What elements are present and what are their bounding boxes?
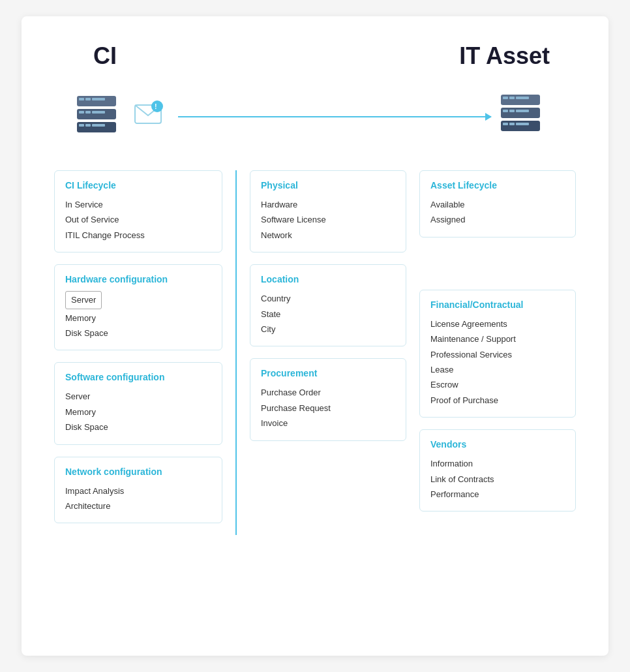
hardware-item-memory: Memory — [65, 311, 211, 326]
connection-arrow — [178, 116, 491, 117]
envelope-icon: ! — [132, 97, 172, 136]
svg-rect-18 — [516, 97, 529, 99]
svg-rect-1 — [79, 98, 84, 100]
financial-item-professional: Professional Services — [430, 347, 565, 362]
ci-title: CI — [93, 42, 117, 70]
network-item-impact: Impact Analysis — [65, 483, 211, 498]
software-item-memory: Memory — [65, 405, 211, 420]
card-network-config-title: Network configuration — [65, 466, 211, 477]
ci-lifecycle-item-3: ITIL Change Process — [65, 228, 211, 243]
financial-item-proof: Proof of Purchase — [430, 393, 565, 408]
svg-rect-25 — [509, 123, 515, 125]
asset-title: IT Asset — [459, 42, 550, 70]
physical-item-software: Software License — [261, 212, 395, 227]
card-vendors-title: Vendors — [430, 439, 565, 450]
svg-rect-9 — [79, 124, 84, 127]
svg-rect-5 — [79, 111, 84, 114]
right-column: Asset Lifecycle Available Assigned Finan… — [419, 170, 576, 535]
card-asset-lifecycle-title: Asset Lifecycle — [430, 180, 565, 191]
svg-rect-4 — [77, 109, 116, 119]
procurement-item-pr: Purchase Request — [261, 401, 395, 416]
card-physical: Physical Hardware Software License Netwo… — [250, 170, 406, 252]
svg-rect-0 — [77, 96, 116, 106]
card-software-config: Software configuration Server Memory Dis… — [54, 362, 222, 444]
software-item-server: Server — [65, 389, 211, 404]
vendors-item-information: Information — [430, 456, 565, 471]
svg-rect-10 — [85, 124, 91, 127]
svg-rect-16 — [503, 97, 508, 99]
card-hardware-config: Hardware configuration Server Memory Dis… — [54, 264, 222, 350]
asset-lifecycle-item-assigned: Assigned — [430, 212, 565, 227]
ci-lifecycle-item-1: In Service — [65, 197, 211, 212]
software-item-disk: Disk Space — [65, 420, 211, 435]
svg-rect-15 — [501, 95, 540, 105]
middle-column: Physical Hardware Software License Netwo… — [250, 170, 406, 535]
ci-lifecycle-item-2: Out of Service — [65, 212, 211, 227]
card-asset-lifecycle: Asset Lifecycle Available Assigned — [419, 170, 576, 237]
server-icon — [74, 91, 126, 143]
svg-rect-24 — [503, 123, 508, 125]
physical-item-network: Network — [261, 228, 395, 243]
left-column: CI Lifecycle In Service Out of Service I… — [54, 170, 237, 535]
financial-item-lease: Lease — [430, 362, 565, 377]
card-ci-lifecycle: CI Lifecycle In Service Out of Service I… — [54, 170, 222, 252]
card-location: Location Country State City — [250, 264, 406, 346]
header-row: CI IT Asset — [54, 42, 576, 70]
svg-rect-21 — [509, 110, 515, 112]
card-procurement-title: Procurement — [261, 368, 395, 378]
card-physical-title: Physical — [261, 180, 395, 191]
svg-rect-17 — [509, 97, 515, 99]
financial-item-license: License Agreements — [430, 316, 565, 331]
location-item-state: State — [261, 307, 395, 322]
financial-item-maintenance: Maintenance / Support — [430, 331, 565, 346]
card-network-config: Network configuration Impact Analysis Ar… — [54, 457, 222, 524]
procurement-item-po: Purchase Order — [261, 385, 395, 400]
svg-rect-2 — [85, 98, 91, 100]
card-vendors: Vendors Information Link of Contracts Pe… — [419, 429, 576, 512]
svg-rect-26 — [516, 123, 529, 125]
page-container: CI IT Asset — [22, 16, 608, 656]
svg-text:!: ! — [155, 102, 157, 110]
diagram-row: ! — [54, 89, 576, 144]
location-item-city: City — [261, 322, 395, 337]
hardware-item-server: Server — [65, 291, 102, 309]
card-financial-title: Financial/Contractual — [430, 299, 565, 310]
svg-rect-20 — [503, 110, 508, 112]
svg-rect-3 — [92, 98, 105, 100]
asset-lifecycle-item-available: Available — [430, 197, 565, 212]
svg-rect-22 — [516, 110, 529, 112]
svg-rect-6 — [85, 111, 91, 114]
asset-server-icon — [498, 89, 550, 144]
vendors-item-link: Link of Contracts — [430, 472, 565, 487]
physical-item-hardware: Hardware — [261, 197, 395, 212]
vendors-item-performance: Performance — [430, 487, 565, 502]
svg-rect-8 — [77, 122, 116, 132]
network-item-arch: Architecture — [65, 498, 211, 513]
card-location-title: Location — [261, 274, 395, 284]
svg-point-13 — [151, 100, 163, 112]
svg-rect-23 — [501, 121, 540, 131]
card-financial: Financial/Contractual License Agreements… — [419, 290, 576, 418]
hardware-item-disk: Disk Space — [65, 326, 211, 341]
card-ci-lifecycle-title: CI Lifecycle — [65, 180, 211, 191]
ci-icons: ! — [74, 91, 172, 143]
financial-item-escrow: Escrow — [430, 377, 565, 392]
svg-rect-7 — [92, 111, 105, 114]
procurement-item-invoice: Invoice — [261, 416, 395, 431]
content-area: CI Lifecycle In Service Out of Service I… — [54, 170, 576, 535]
card-hardware-config-title: Hardware configuration — [65, 274, 211, 284]
card-procurement: Procurement Purchase Order Purchase Requ… — [250, 358, 406, 440]
location-item-country: Country — [261, 291, 395, 306]
svg-rect-11 — [92, 124, 105, 127]
svg-rect-19 — [501, 108, 540, 118]
card-software-config-title: Software configuration — [65, 372, 211, 382]
